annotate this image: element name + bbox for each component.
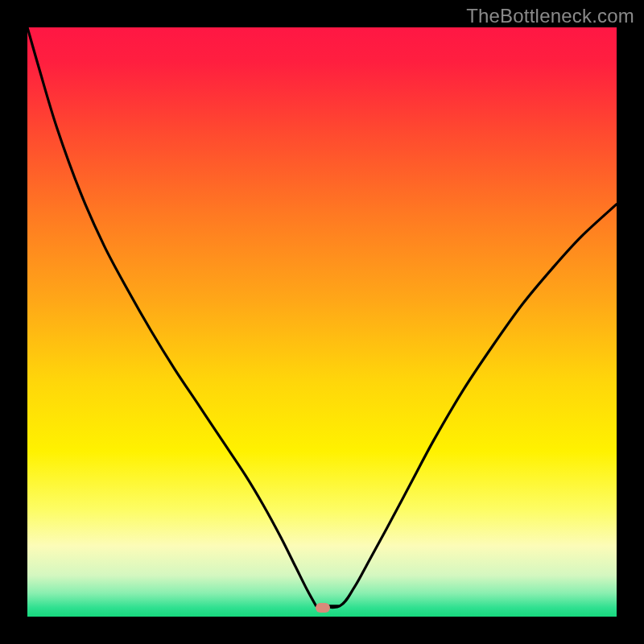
plot-area xyxy=(27,27,617,617)
watermark-text: TheBottleneck.com xyxy=(466,5,634,27)
bottleneck-chart: TheBottleneck.com xyxy=(0,0,644,644)
bottleneck-curve xyxy=(27,27,617,617)
optimal-point-marker xyxy=(316,603,330,613)
